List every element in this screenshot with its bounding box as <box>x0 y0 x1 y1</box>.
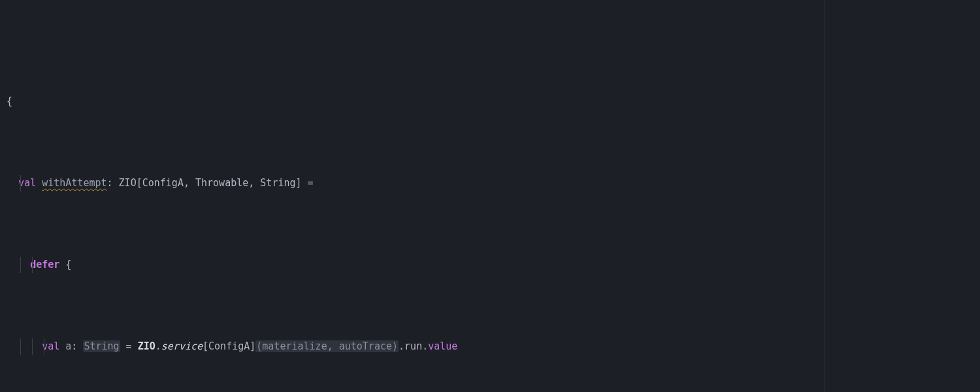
indent-guide <box>20 175 21 191</box>
code-line[interactable]: defer { <box>7 257 980 273</box>
call-run: run <box>404 340 422 352</box>
colon: : <box>71 340 83 352</box>
method-service: service <box>161 340 203 352</box>
indent-guide <box>20 338 21 355</box>
brace-open: { <box>65 259 71 270</box>
dot: . <box>399 340 404 352</box>
indent <box>7 177 18 189</box>
indent-guide <box>20 257 21 273</box>
inlay-type: String <box>83 340 120 352</box>
member-value: value <box>428 340 457 352</box>
code-line[interactable]: val withAttempt: ZIO[ConfigA, Throwable,… <box>7 175 980 191</box>
brace-open: { <box>7 95 12 107</box>
inlay-args: (materialize, autoTrace) <box>255 340 399 352</box>
indent <box>7 259 30 270</box>
kw-defer: defer <box>30 259 59 270</box>
code-line[interactable]: val a: String = ZIO.service[ConfigA](mat… <box>7 338 980 355</box>
op-eq: = <box>302 177 319 189</box>
code-line[interactable]: { <box>7 93 980 110</box>
right-margin-guide <box>825 0 825 392</box>
obj-zio: ZIO <box>138 340 155 352</box>
indent-guide <box>32 257 33 273</box>
decl-withAttempt: withAttempt <box>42 177 106 189</box>
code-editor[interactable]: { val withAttempt: ZIO[ConfigA, Throwabl… <box>0 0 980 392</box>
indent <box>7 340 42 352</box>
decl-a: a <box>65 340 71 352</box>
dot: . <box>422 340 428 352</box>
type-annot: ZIO[ConfigA, Throwable, String] <box>119 177 302 189</box>
kw-val: val <box>42 340 59 352</box>
indent-guide <box>44 338 44 355</box>
op-eq: = <box>120 340 138 352</box>
dot: . <box>155 340 161 352</box>
type-param: [ConfigA] <box>203 340 255 352</box>
kw-val: val <box>18 177 36 189</box>
colon: : <box>107 177 119 189</box>
indent-guide <box>32 338 33 355</box>
